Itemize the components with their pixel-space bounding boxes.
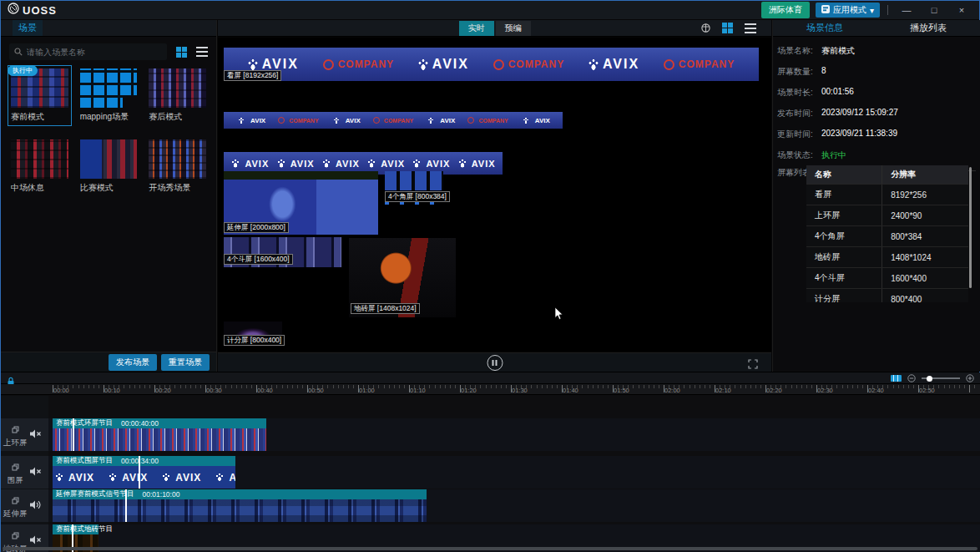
ring-icon (493, 59, 504, 70)
reset-scene-button[interactable]: 重置场景 (161, 354, 210, 371)
avix-logo: AVIX (521, 115, 550, 126)
table-scrollbar[interactable] (969, 167, 972, 288)
screen-score[interactable]: 计分屏 [800x400] (224, 322, 282, 347)
speaker-muted-icon[interactable] (29, 428, 42, 443)
playhead[interactable] (125, 489, 127, 522)
close-button[interactable]: × (951, 2, 972, 18)
screen-upper-ring[interactable]: AVIX COMPANY AVIX COMPANY AVIX COMPANY A… (224, 112, 563, 129)
timeline-ruler[interactable]: 00:00 00:10 00:20 00:30 00:40 00:50 01:0… (1, 384, 980, 395)
maximize-button[interactable]: □ (923, 2, 945, 18)
publish-scene-button[interactable]: 发布场景 (109, 354, 157, 371)
sport-mode-button[interactable]: 洲际体育 (761, 2, 810, 18)
table-row[interactable]: 看屏 8192*256 (806, 184, 968, 205)
track-upper-ring: 上环屏 赛前模式环屏节目 00:00:40:00 (1, 418, 980, 451)
avix-logo: AVIX (108, 472, 148, 484)
track-head[interactable]: 上环屏 (1, 418, 48, 451)
transport-bar (218, 352, 771, 372)
scene-item-openingshow[interactable]: 开场秀场景 (145, 136, 210, 197)
list-layout-icon[interactable] (745, 23, 756, 33)
app-mode-dropdown[interactable]: 应用模式 ▾ (816, 3, 880, 18)
zoom-slider-knob[interactable] (927, 376, 932, 382)
avix-logo: AVIX (230, 158, 269, 169)
chevron-down-icon: ▾ (870, 6, 874, 15)
screen-bucket[interactable]: 4个斗屏 [1600x400] (224, 237, 341, 267)
company-logo: COMPANY (467, 117, 508, 124)
list-view-icon[interactable] (196, 47, 208, 57)
scene-thumbnail (11, 139, 68, 179)
timeline: 00:00 00:10 00:20 00:30 00:40 00:50 01:0… (1, 372, 980, 552)
minimize-button[interactable]: — (896, 2, 917, 18)
screen-floor[interactable]: 地砖屏 [1408x1024] (349, 238, 456, 317)
scene-info-panel: 场景信息 播放列表 场景名称: 赛前模式 屏幕数量: 8 场景时长: 00:01… (772, 20, 980, 372)
avix-logo: AVIX (426, 115, 455, 126)
paw-icon (458, 159, 467, 167)
copy-icon[interactable] (12, 528, 19, 543)
scene-name: 赛后模式 (149, 111, 206, 123)
scene-item-halftime[interactable]: 中场休息 (8, 136, 72, 197)
scene-name: 中场休息 (11, 182, 68, 194)
avix-logo: AVIX (161, 472, 201, 484)
timeline-toolbar (1, 372, 980, 384)
zoom-slider[interactable] (922, 377, 960, 379)
table-row[interactable]: 地砖屏 1408*1024 (806, 246, 968, 267)
fullscreen-icon[interactable] (748, 357, 758, 372)
avix-logo: AVIX (366, 158, 405, 169)
paw-icon (163, 474, 169, 481)
scene-actions-bar: 发布场景 重置场景 (1, 352, 216, 372)
scene-item-postgame[interactable]: 赛后模式 (145, 65, 210, 126)
scene-item-mapping[interactable]: mapping场景 (77, 65, 141, 126)
tab-scenes[interactable]: 场景 (13, 20, 43, 36)
avix-logo: AVIX (418, 57, 469, 72)
clip-thumbnails: AVIX AVIX AVIX AVIX (53, 466, 235, 489)
copy-icon[interactable] (12, 422, 19, 437)
uoss-logo-icon (8, 3, 19, 18)
table-row[interactable]: 4个斗屏 1600*400 (806, 267, 968, 288)
grid-view-icon[interactable] (176, 47, 187, 58)
speaker-muted-icon[interactable] (29, 465, 42, 480)
scene-item-match[interactable]: 比赛模式 (77, 136, 141, 197)
scene-panel: 场景 执行中 赛前模式 mapping场景 (1, 20, 217, 372)
grid-layout-icon[interactable] (722, 23, 733, 33)
tab-preedit[interactable]: 预编 (496, 21, 531, 36)
table-row[interactable]: 计分屏 800*400 (806, 288, 968, 302)
speaker-muted-icon[interactable] (29, 534, 42, 549)
info-tabbar: 场景信息 播放列表 (773, 20, 980, 37)
info-row-status: 场景状态: 执行中 (777, 149, 980, 161)
copy-icon[interactable] (12, 493, 19, 508)
playhead[interactable] (139, 456, 140, 489)
timeline-horizontal-scrollbar[interactable] (3, 547, 977, 550)
screen-main-banner[interactable]: AVIX COMPANY AVIX COMPANY AVIX COMPANY 看… (224, 48, 759, 81)
screen-extension[interactable]: 延伸屏 [2000x800] (224, 171, 378, 235)
tab-scene-info[interactable]: 场景信息 (806, 22, 843, 34)
screen-label: 看屏 [8192x256] (224, 70, 281, 81)
playhead[interactable] (73, 418, 74, 451)
speaker-on-icon[interactable] (29, 499, 42, 514)
clip-surround-program[interactable]: 赛前模式围屏节目 00:00:34:00 AVIX AVIX AVIX AVIX (53, 456, 235, 489)
paw-icon (248, 59, 258, 70)
avix-logo: AVIX (589, 57, 639, 72)
track-head[interactable]: 围屏 (1, 456, 48, 489)
scene-search-input[interactable] (27, 48, 162, 57)
paw-icon (418, 59, 428, 70)
table-row[interactable]: 上环屏 2400*90 (806, 205, 968, 225)
clip-extension-program[interactable]: 延伸屏赛前模式信号节目 00:01:10:00 (53, 489, 427, 522)
track-head[interactable]: 延伸屏 (1, 489, 48, 522)
screen-corner[interactable]: 4个角屏 [800x384] (385, 171, 443, 190)
copy-icon[interactable] (12, 459, 19, 474)
scene-item-pregame[interactable]: 执行中 赛前模式 (8, 65, 72, 126)
3d-view-icon[interactable] (701, 21, 710, 36)
clip-header: 赛前模式围屏节目 00:00:34:00 (53, 456, 235, 466)
track-surround: 围屏 赛前模式围屏节目 00:00:34:00 AVIX AVIX AVIX (1, 456, 980, 489)
paw-icon (523, 117, 528, 123)
company-logo: COMPANY (373, 117, 413, 124)
table-row[interactable]: 4个角屏 800*384 (806, 225, 968, 246)
pause-button[interactable] (487, 355, 503, 371)
clip-thumbnails (53, 428, 266, 451)
tab-playlist[interactable]: 播放列表 (910, 22, 947, 34)
scene-search-box[interactable] (9, 43, 167, 60)
preview-canvas: AVIX COMPANY AVIX COMPANY AVIX COMPANY 看… (218, 38, 771, 352)
screen-label: 计分屏 [800x400] (224, 335, 285, 346)
timeline-scale-icon[interactable] (891, 375, 902, 382)
clip-ring-program[interactable]: 赛前模式环屏节目 00:00:40:00 (53, 418, 266, 451)
tab-live[interactable]: 实时 (459, 21, 494, 36)
